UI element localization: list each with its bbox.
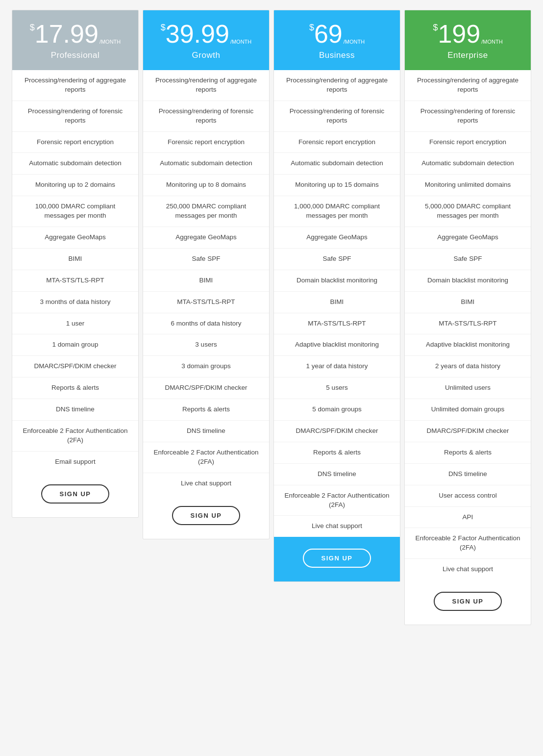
- business-dollar: $: [309, 23, 314, 32]
- business-price-line: $69/MONTH: [309, 21, 365, 47]
- list-item: Live chat support: [274, 516, 400, 537]
- list-item: 1,000,000 DMARC compliant messages per m…: [274, 196, 400, 227]
- enterprise-price-line: $199/MONTH: [433, 21, 502, 47]
- enterprise-features: Processing/rendering of aggregate report…: [405, 70, 531, 580]
- business-features: Processing/rendering of aggregate report…: [274, 70, 400, 537]
- growth-footer: SIGN UP: [143, 494, 269, 539]
- enterprise-dollar: $: [433, 23, 438, 32]
- list-item: Live chat support: [143, 473, 269, 494]
- business-name: Business: [319, 50, 355, 60]
- enterprise-header: $199/MONTHEnterprise: [405, 10, 531, 70]
- professional-price-month: /MONTH: [99, 39, 121, 45]
- professional-dollar: $: [30, 23, 35, 32]
- list-item: BIMI: [274, 292, 400, 313]
- list-item: Forensic report encryption: [405, 132, 531, 153]
- enterprise-signup-button[interactable]: SIGN UP: [434, 592, 502, 611]
- list-item: Adaptive blacklist monitoring: [274, 334, 400, 356]
- list-item: Automatic subdomain detection: [12, 153, 138, 175]
- list-item: DMARC/SPF/DKIM checker: [405, 421, 531, 442]
- enterprise-price-amount: 199: [438, 21, 480, 47]
- list-item: 5,000,000 DMARC compliant messages per m…: [405, 196, 531, 227]
- list-item: Adaptive blacklist monitoring: [405, 334, 531, 356]
- list-item: Automatic subdomain detection: [143, 153, 269, 175]
- professional-footer: SIGN UP: [12, 473, 138, 517]
- plan-business: $69/MONTHBusinessProcessing/rendering of…: [273, 10, 400, 582]
- growth-features: Processing/rendering of aggregate report…: [143, 70, 269, 494]
- list-item: Unlimited domain groups: [405, 399, 531, 421]
- list-item: BIMI: [12, 249, 138, 270]
- list-item: DNS timeline: [405, 464, 531, 485]
- list-item: Processing/rendering of aggregate report…: [12, 70, 138, 101]
- list-item: MTA-STS/TLS-RPT: [274, 313, 400, 335]
- list-item: API: [405, 507, 531, 529]
- enterprise-price-month: /MONTH: [481, 39, 502, 45]
- list-item: 1 user: [12, 313, 138, 335]
- list-item: 3 users: [143, 334, 269, 356]
- list-item: Monitoring unlimited domains: [405, 175, 531, 196]
- professional-features: Processing/rendering of aggregate report…: [12, 70, 138, 473]
- growth-signup-button[interactable]: SIGN UP: [172, 506, 241, 525]
- list-item: Monitoring up to 2 domains: [12, 175, 138, 196]
- list-item: Live chat support: [405, 559, 531, 580]
- list-item: 3 domain groups: [143, 356, 269, 378]
- professional-signup-button[interactable]: SIGN UP: [41, 484, 110, 504]
- list-item: DNS timeline: [274, 464, 400, 485]
- list-item: Processing/rendering of forensic reports: [143, 101, 269, 132]
- plan-enterprise: $199/MONTHEnterpriseProcessing/rendering…: [404, 10, 531, 625]
- business-signup-button[interactable]: SIGN UP: [303, 549, 371, 568]
- growth-price-amount: 39.99: [166, 21, 229, 47]
- professional-header: $17.99/MONTHProfessional: [12, 10, 138, 70]
- list-item: Forensic report encryption: [143, 132, 269, 153]
- list-item: Reports & alerts: [12, 378, 138, 399]
- growth-name: Growth: [192, 50, 221, 60]
- list-item: Aggregate GeoMaps: [405, 227, 531, 249]
- list-item: Aggregate GeoMaps: [12, 227, 138, 249]
- list-item: Aggregate GeoMaps: [274, 227, 400, 249]
- enterprise-footer: SIGN UP: [405, 580, 531, 625]
- list-item: 5 domain groups: [274, 399, 400, 421]
- list-item: Processing/rendering of forensic reports: [12, 101, 138, 132]
- list-item: BIMI: [143, 270, 269, 292]
- list-item: DMARC/SPF/DKIM checker: [143, 378, 269, 399]
- list-item: MTA-STS/TLS-RPT: [143, 292, 269, 313]
- list-item: Forensic report encryption: [12, 132, 138, 153]
- list-item: Processing/rendering of forensic reports: [274, 101, 400, 132]
- list-item: Domain blacklist monitoring: [405, 270, 531, 292]
- list-item: 1 domain group: [12, 334, 138, 356]
- list-item: 1 year of data history: [274, 356, 400, 378]
- business-price-amount: 69: [314, 21, 343, 47]
- list-item: Safe SPF: [405, 249, 531, 270]
- list-item: 3 months of data history: [12, 292, 138, 313]
- list-item: Safe SPF: [143, 249, 269, 270]
- list-item: DMARC/SPF/DKIM checker: [12, 356, 138, 378]
- list-item: Reports & alerts: [274, 442, 400, 464]
- list-item: Processing/rendering of forensic reports: [405, 101, 531, 132]
- list-item: User access control: [405, 485, 531, 507]
- business-header: $69/MONTHBusiness: [274, 10, 400, 70]
- list-item: Reports & alerts: [405, 442, 531, 464]
- list-item: Automatic subdomain detection: [405, 153, 531, 175]
- list-item: Processing/rendering of aggregate report…: [274, 70, 400, 101]
- professional-price-amount: 17.99: [35, 21, 99, 47]
- list-item: Safe SPF: [274, 249, 400, 270]
- list-item: Forensic report encryption: [274, 132, 400, 153]
- plan-professional: $17.99/MONTHProfessionalProcessing/rende…: [12, 10, 139, 518]
- business-price-month: /MONTH: [344, 39, 365, 45]
- list-item: Domain blacklist monitoring: [274, 270, 400, 292]
- pricing-table: $17.99/MONTHProfessionalProcessing/rende…: [10, 10, 533, 625]
- list-item: MTA-STS/TLS-RPT: [12, 270, 138, 292]
- list-item: Enforceable 2 Factor Authentication (2FA…: [274, 485, 400, 516]
- list-item: DNS timeline: [143, 421, 269, 442]
- list-item: 100,000 DMARC compliant messages per mon…: [12, 196, 138, 227]
- growth-dollar: $: [161, 23, 166, 32]
- list-item: Processing/rendering of aggregate report…: [405, 70, 531, 101]
- list-item: 6 months of data history: [143, 313, 269, 335]
- list-item: MTA-STS/TLS-RPT: [405, 313, 531, 335]
- list-item: Aggregate GeoMaps: [143, 227, 269, 249]
- list-item: Monitoring up to 15 domains: [274, 175, 400, 196]
- business-footer: SIGN UP: [274, 537, 400, 581]
- list-item: Unlimited users: [405, 378, 531, 399]
- list-item: DMARC/SPF/DKIM checker: [274, 421, 400, 442]
- list-item: Enforceable 2 Factor Authentication (2FA…: [405, 528, 531, 559]
- list-item: Automatic subdomain detection: [274, 153, 400, 175]
